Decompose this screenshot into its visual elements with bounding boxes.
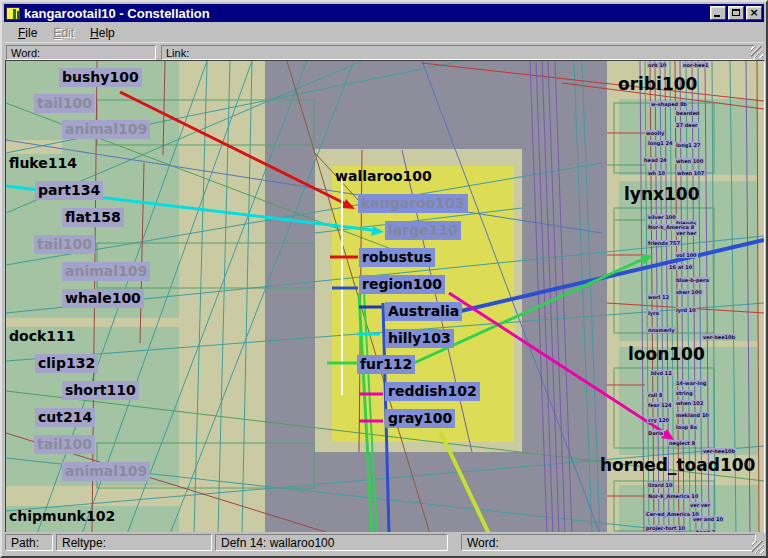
word-node[interactable]: dock111 (6, 327, 78, 346)
word-node[interactable]: hilly103 (385, 329, 454, 348)
tiny-word-node[interactable]: loop 8a (675, 424, 698, 430)
tiny-word-node[interactable]: vol 100 (675, 252, 698, 258)
word-node[interactable]: reddish102 (385, 382, 480, 401)
tiny-word-node[interactable]: long1 24 (647, 140, 673, 146)
menu-help[interactable]: Help (82, 24, 123, 42)
tiny-word-node[interactable]: lyra (647, 310, 660, 316)
tiny-word-node[interactable]: w-shaped 8b (650, 101, 688, 107)
tiny-word-node[interactable]: nnamerly (647, 327, 676, 333)
toolbar-grip[interactable] (751, 46, 763, 58)
tiny-word-node[interactable]: ver-hee10b (702, 448, 736, 454)
tiny-word-node[interactable]: head 24 (643, 157, 668, 163)
graph-canvas[interactable]: bushy100tail100animal109fluke114part134f… (5, 60, 765, 533)
menu-edit: Edit (45, 24, 82, 42)
tiny-word-node[interactable]: ver-hee10b (702, 334, 736, 340)
word-node[interactable]: tail100 (34, 235, 95, 254)
close-button[interactable]: × (746, 6, 762, 20)
link-field[interactable]: Link: (161, 45, 755, 60)
status-word: Word: (461, 534, 756, 551)
tiny-word-node[interactable]: string (675, 390, 694, 396)
word-field[interactable]: Word: (6, 45, 156, 60)
tiny-word-node[interactable]: silver 100 (647, 214, 677, 220)
word-node[interactable]: animal109 (62, 120, 150, 139)
word-node[interactable]: horned_toad100 (600, 457, 755, 474)
tiny-word-node[interactable]: rall 8 (647, 392, 664, 398)
minimize-button[interactable] (710, 6, 726, 20)
tiny-word-node[interactable]: 14-war-ing (675, 380, 707, 386)
word-node[interactable]: fluke114 (6, 154, 80, 173)
tiny-word-node[interactable]: bearded (675, 110, 700, 116)
tiny-word-node[interactable]: shwr 100 (675, 289, 703, 295)
resize-grip[interactable] (752, 541, 764, 553)
link-field-label: Link: (166, 47, 189, 59)
app-icon (6, 7, 20, 20)
word-node[interactable]: tail100 (34, 94, 95, 113)
word-node[interactable]: part134 (35, 181, 103, 200)
word-node[interactable]: region100 (359, 275, 445, 294)
titlebar[interactable]: kangarootail10 - Constellation × (4, 4, 764, 22)
status-path: Path: (5, 534, 53, 551)
maximize-button[interactable] (728, 6, 744, 20)
word-node[interactable]: animal109 (62, 262, 150, 281)
tiny-word-node[interactable]: 16 at 10 (668, 264, 693, 270)
tiny-word-node[interactable]: fear 124 (647, 402, 673, 408)
tiny-word-node[interactable]: worl 12 (647, 294, 670, 300)
tiny-word-node[interactable]: ver ver (689, 502, 711, 508)
word-node[interactable]: short110 (62, 381, 139, 400)
maximize-icon (732, 9, 740, 16)
tiny-word-node[interactable]: cry 120 (647, 417, 670, 423)
statusbar: Path: Reltype: Defn 14: wallaroo100 Word… (4, 532, 764, 554)
tiny-word-node[interactable]: when 107 (676, 170, 705, 176)
toolbar: Word: Link: (4, 42, 764, 60)
word-node[interactable]: oribi100 (618, 76, 697, 93)
word-node[interactable]: wallaroo100 (332, 167, 435, 186)
tiny-word-node[interactable]: ver her (675, 230, 697, 236)
tiny-word-node[interactable]: orb 10 (647, 62, 667, 68)
tiny-word-node[interactable]: lyrd 10 (675, 307, 697, 313)
word-node[interactable]: lynx100 (624, 186, 699, 203)
tiny-word-node[interactable]: when 102 (675, 400, 704, 406)
menu-file[interactable]: File (10, 24, 45, 42)
word-node[interactable]: bushy100 (59, 68, 142, 87)
word-node[interactable]: kangaroo103 (358, 194, 468, 213)
close-icon: × (747, 7, 761, 19)
word-node[interactable]: flat158 (62, 208, 124, 227)
tiny-word-node[interactable]: blue-b-pera (675, 277, 710, 283)
word-node[interactable]: loon100 (628, 346, 705, 363)
tiny-word-node[interactable]: Nor-K_America 10 (647, 493, 699, 499)
window-title: kangarootail10 - Constellation (24, 6, 210, 21)
tiny-word-node[interactable]: friends 757 (647, 240, 681, 246)
word-node[interactable]: whale100 (62, 289, 144, 308)
status-reltype: Reltype: (56, 534, 212, 551)
word-node[interactable]: clip132 (35, 354, 98, 373)
tiny-word-node[interactable]: blvd 12 (650, 370, 673, 376)
tiny-word-node[interactable]: wh 10 (647, 170, 666, 176)
word-node[interactable]: fur112 (357, 355, 415, 374)
tiny-word-node[interactable]: Darla (647, 430, 664, 436)
word-node[interactable]: robustus (359, 248, 435, 267)
word-node[interactable]: cut214 (35, 408, 95, 427)
tiny-word-node[interactable]: woolly (645, 130, 665, 136)
word-node[interactable]: large110 (385, 221, 461, 240)
tiny-word-node[interactable]: long1 27 (675, 142, 701, 148)
tiny-word-node[interactable]: neglect 8 (668, 440, 696, 446)
tiny-word-node[interactable]: nor-hee1 (682, 62, 709, 68)
menubar: File Edit Help (4, 23, 764, 42)
tiny-word-node[interactable]: projec-tort 10 (645, 525, 686, 531)
status-defn: Defn 14: wallaroo100 (215, 534, 448, 551)
word-field-label: Word: (11, 47, 40, 59)
minimize-icon (714, 15, 720, 17)
app-window: kangarootail10 - Constellation × File Ed… (0, 0, 768, 558)
tiny-word-node[interactable]: lizard 10 (647, 482, 673, 488)
word-node[interactable]: tail100 (34, 435, 95, 454)
word-node[interactable]: chipmunk102 (6, 507, 118, 526)
word-node[interactable]: gray100 (385, 409, 455, 428)
tiny-word-node[interactable]: when 100 (675, 158, 704, 164)
word-node[interactable]: Australia (385, 302, 462, 321)
word-node[interactable]: animal109 (62, 462, 150, 481)
tiny-word-node[interactable]: 27 deer (675, 122, 699, 128)
tiny-word-node[interactable]: mekland 10 (675, 412, 710, 418)
tiny-word-node[interactable]: ver and 10 (692, 516, 724, 522)
